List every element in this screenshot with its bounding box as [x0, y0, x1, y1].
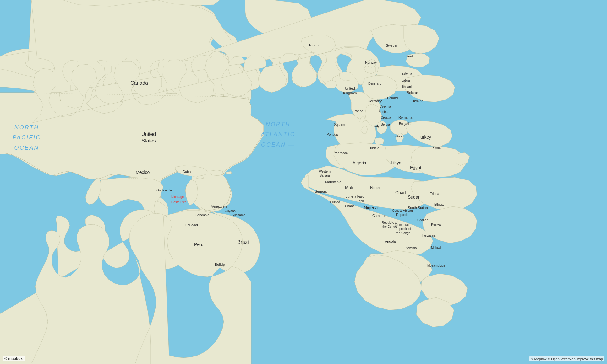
osm-attribution[interactable]: OpenStreetMap	[551, 357, 576, 361]
mapbox-attribution[interactable]: © Mapbox	[531, 357, 546, 361]
north-pacific-label: NorthPacificOcean	[8, 122, 46, 153]
north-atlantic-label: NorthAtlanticOcean —	[258, 119, 298, 150]
separator: ©	[548, 357, 551, 361]
map-container: NorthPacificOcean NorthAtlanticOcean — C…	[0, 0, 607, 364]
attribution: © Mapbox © OpenStreetMap Improve this ma…	[529, 356, 604, 361]
map-svg	[0, 0, 607, 364]
improve-map[interactable]: Improve this map	[577, 357, 603, 361]
mapbox-logo[interactable]: © mapbox	[3, 356, 25, 361]
